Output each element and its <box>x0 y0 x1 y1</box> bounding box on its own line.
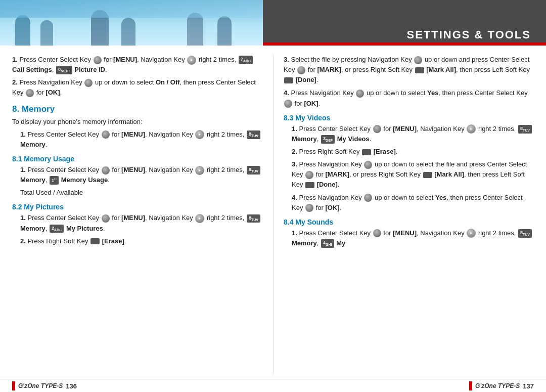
footer-brand-right: G'zOne TYPE-S <box>475 382 520 389</box>
csk-83 <box>373 125 381 133</box>
sub-8-4: 8.4 My Sounds <box>284 218 534 226</box>
key-2abc-82: 2ABC <box>50 225 64 233</box>
header-photo <box>0 0 263 46</box>
sub-8-1: 8.1 Memory Usage <box>12 155 263 163</box>
footer-right: G'zOne TYPE-S 137 <box>469 381 534 390</box>
nk-84 <box>467 229 476 238</box>
csk-84 <box>373 229 381 237</box>
nav-key-icon <box>187 56 196 65</box>
key-7abc: 7ABC <box>239 56 253 64</box>
key-8tuv-82: 8TUV <box>247 214 260 223</box>
header-red-bar <box>263 42 546 46</box>
footer-red-bar-right <box>469 381 472 390</box>
key-8tuv-81: 8TUV <box>247 166 260 175</box>
footer-red-bar-left <box>12 381 15 390</box>
nk-r4 <box>356 90 364 98</box>
key-8tuv-84: 8TUV <box>518 229 532 238</box>
key-4ghi-84: 4GHI <box>321 239 334 248</box>
csk-82 <box>102 214 110 223</box>
section-8-item-1: 1. Press Center Select Key for [MENU], N… <box>20 129 263 150</box>
footer-page-right: 137 <box>523 382 534 390</box>
center-key-2 <box>26 89 34 97</box>
key-1-81: 1▪▪ <box>50 176 59 185</box>
section-8-heading: 8. Memory <box>12 104 263 114</box>
right-column: 3. Select the file by pressing Navigatio… <box>273 55 534 374</box>
footer-left: G'zOne TYPE-S 136 <box>12 381 77 390</box>
key-0next: 0NEXT <box>56 66 72 74</box>
sub-8-2: 8.2 My Pictures <box>12 203 263 211</box>
page-footer: G'zOne TYPE-S 136 G'zOne TYPE-S 137 <box>0 379 546 392</box>
page-header: SETTINGS & TOOLS <box>0 0 546 46</box>
csk-83b <box>305 171 313 179</box>
sub-8-1-item-1: 1. Press Center Select Key for [MENU], N… <box>20 165 263 185</box>
sub-8-3-item-1: 1. Press Center Select Key for [MENU], N… <box>292 124 534 144</box>
nk-83b <box>364 161 372 169</box>
soft-r3a <box>415 67 424 73</box>
soft-83 <box>362 149 371 155</box>
sub-8-3-item-2: 2. Press Right Soft Key [Erase]. <box>292 147 534 157</box>
nk-83c <box>364 194 372 202</box>
nav-key-2 <box>84 79 93 87</box>
sub-8-2-item-2: 2. Press Right Soft Key [Erase]. <box>20 236 263 246</box>
section-8-intro: To display your phone's memory informati… <box>12 117 263 127</box>
intro-item-2: 2. Press Navigation Key up or down to se… <box>12 77 263 98</box>
sub-8-2-item-1: 1. Press Center Select Key for [MENU], N… <box>20 213 263 233</box>
left-column: 1. Press Center Select Key for [MENU], N… <box>12 55 273 374</box>
nk-r3 <box>414 56 422 64</box>
intro-item-3: 3. Select the file by pressing Navigatio… <box>284 55 534 85</box>
key-3def-83: 3DEF <box>321 135 335 144</box>
nk-8 <box>195 130 204 139</box>
footer-brand-left: G'zOne TYPE-S <box>18 382 63 389</box>
soft-key-82 <box>90 238 100 244</box>
soft-83b <box>423 172 432 178</box>
sub-8-3-item-4: 4. Press Navigation Key up or down to se… <box>292 193 534 213</box>
nk-83 <box>467 124 476 134</box>
main-content: 1. Press Center Select Key for [MENU], N… <box>0 46 546 379</box>
csk-r4 <box>284 100 292 108</box>
csk-8 <box>102 130 110 139</box>
footer-page-left: 136 <box>66 382 77 390</box>
sub-8-1-note: Total Used / Available <box>20 188 263 198</box>
soft-83c <box>305 182 314 188</box>
sub-8-3: 8.3 My Videos <box>284 114 534 122</box>
csk-81 <box>102 166 110 175</box>
csk-r3 <box>297 66 305 74</box>
page-title: SETTINGS & TOOLS <box>406 28 531 41</box>
header-title-band: SETTINGS & TOOLS <box>263 0 546 46</box>
nk-81 <box>195 166 204 175</box>
nk-82 <box>195 214 204 223</box>
sub-8-4-item-1: 1. Press Center Select Key for [MENU], N… <box>292 228 534 248</box>
key-8tuv-83: 8TUV <box>518 125 532 134</box>
csk-83c <box>305 204 313 212</box>
soft-r3b <box>284 77 293 83</box>
key-8tuv: 8TUV <box>247 130 260 139</box>
intro-item-1: 1. Press Center Select Key for [MENU], N… <box>12 55 263 75</box>
intro-item-4: 4. Press Navigation Key up or down to se… <box>284 88 534 108</box>
center-key-icon <box>94 56 102 64</box>
sub-8-3-item-3: 3. Press Navigation Key up or down to se… <box>292 159 534 190</box>
